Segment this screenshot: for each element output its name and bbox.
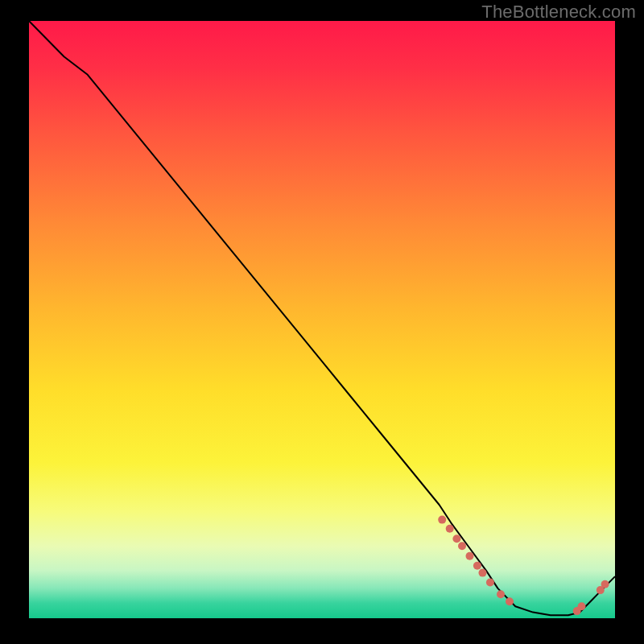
- chart-overlay: [29, 21, 615, 618]
- marker-dot: [466, 552, 474, 560]
- bottleneck-curve: [29, 21, 615, 615]
- marker-dot: [506, 597, 514, 605]
- watermark-text: TheBottleneck.com: [481, 2, 636, 23]
- marker-dot: [486, 579, 494, 587]
- marker-dot: [452, 535, 460, 543]
- marker-dots: [438, 516, 609, 616]
- plot-area: [29, 21, 615, 618]
- marker-dot: [446, 525, 454, 533]
- marker-dot: [601, 580, 609, 588]
- marker-dot: [497, 590, 505, 598]
- marker-dot: [473, 562, 481, 570]
- marker-dot: [479, 569, 487, 577]
- curve-path: [29, 21, 615, 615]
- chart-frame: TheBottleneck.com: [0, 0, 644, 644]
- marker-dot: [578, 602, 586, 610]
- marker-dot: [438, 516, 446, 524]
- marker-dot: [458, 542, 466, 550]
